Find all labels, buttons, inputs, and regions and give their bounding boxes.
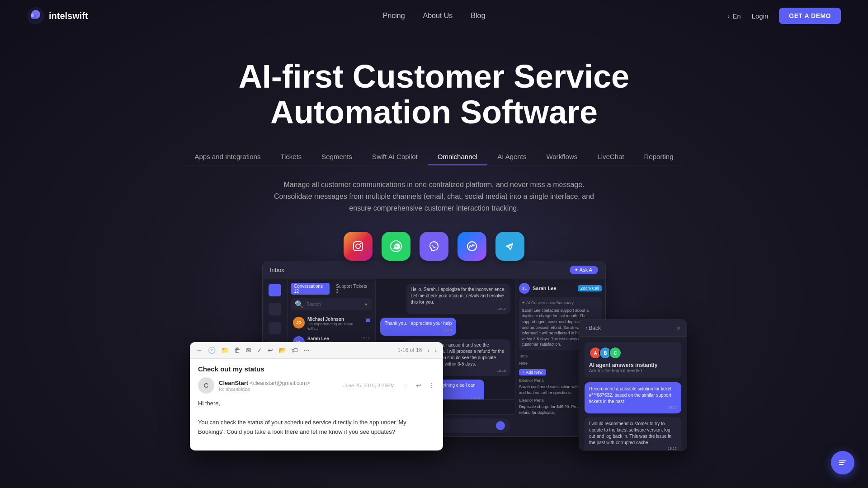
folder-icon[interactable]: 📂 xyxy=(278,347,286,354)
conv-name-2: Sarah Lee xyxy=(307,336,358,341)
next-email-button[interactable]: › xyxy=(435,347,437,354)
email-body-line2: You can check the status of your schedul… xyxy=(198,418,435,437)
chevron-down-icon: › xyxy=(727,12,730,20)
social-channels-row xyxy=(0,232,868,261)
ai-message-2-text: I would recommend customer to try to upd… xyxy=(589,421,671,445)
ai-chat-close-button[interactable]: × xyxy=(677,324,680,332)
tab-segments[interactable]: Segments xyxy=(311,148,362,165)
messenger-icon[interactable] xyxy=(458,232,486,261)
hero-title: AI-first Customer Service Automation Sof… xyxy=(185,59,683,130)
logo[interactable]: intelswift xyxy=(27,7,88,24)
reply-icon[interactable]: ↩ xyxy=(268,347,273,354)
chat-widget-button[interactable] xyxy=(831,451,854,474)
tab-workflows[interactable]: Workflows xyxy=(536,148,587,165)
sidebar-dot-1[interactable] xyxy=(269,284,281,296)
email-icon[interactable]: ✉ xyxy=(246,347,251,354)
agent-name-2: Eleanor Pena xyxy=(519,398,544,403)
telegram-icon[interactable] xyxy=(495,232,524,261)
nav-pricing[interactable]: Pricing xyxy=(383,12,405,20)
archive-icon[interactable]: 📁 xyxy=(221,347,229,354)
tab-reporting[interactable]: Reporting xyxy=(634,148,684,165)
back-arrow-icon[interactable]: ← xyxy=(196,347,203,354)
contact-name: Sarah Lee xyxy=(533,286,557,291)
language-selector[interactable]: › En xyxy=(727,12,741,20)
ai-answers-title: AI agent answers instantly xyxy=(589,362,677,368)
tab-swift-ai-copilot[interactable]: Swift AI Copilot xyxy=(362,148,428,165)
tab-apps-integrations[interactable]: Apps and Integrations xyxy=(184,148,270,165)
demo-button[interactable]: GET A DEMO xyxy=(779,8,841,24)
add-note-button[interactable]: + Add New xyxy=(519,369,546,375)
hero-section: AI-first Customer Service Automation Sof… xyxy=(0,32,868,214)
filter-icon[interactable]: ▼ xyxy=(364,302,368,307)
email-toolbar: ← 🕐 📁 🗑 ✉ ✓ ↩ 📂 🏷 ⋯ 1-16 of 16 ‹ › xyxy=(190,342,443,359)
whatsapp-icon[interactable] xyxy=(382,232,410,261)
email-sender-info: CleanStart <cleanstart@gmail.com> to: sh… xyxy=(219,380,339,392)
hero-description: Manage all customer communications in on… xyxy=(267,179,601,214)
nav-right: › En Login GET A DEMO xyxy=(727,8,841,24)
conv-name-1: Michael Johnson xyxy=(307,317,363,322)
reply-icon-2[interactable]: ↩ xyxy=(416,382,421,389)
email-body-line1: Hi there, xyxy=(198,399,435,408)
zoom-badge[interactable]: Zoom Call xyxy=(578,285,602,291)
ai-message-1-time: 18:12 xyxy=(589,405,677,410)
msg-2-time: 18:15 xyxy=(385,328,452,333)
prev-email-button[interactable]: ‹ xyxy=(427,347,429,354)
conv-tab-tickets[interactable]: Support Tickets 3 xyxy=(333,283,372,295)
ai-chat-back-button[interactable]: ‹ Back xyxy=(585,325,601,331)
email-date: June 25, 2018, 3:26PM xyxy=(343,383,395,388)
conv-item-1[interactable]: JD Michael Johnson I'm experiencing an i… xyxy=(291,314,372,333)
conv-tab-all[interactable]: Conversations 12 xyxy=(291,283,330,295)
conv-info-1: Michael Johnson I'm experiencing an issu… xyxy=(307,317,363,331)
delete-icon[interactable]: 🗑 xyxy=(234,347,241,354)
conv-avatar-1: JD xyxy=(293,317,305,328)
tab-tickets[interactable]: Tickets xyxy=(270,148,311,165)
tab-livechat[interactable]: LiveChat xyxy=(587,148,634,165)
sidebar-dot-2[interactable] xyxy=(269,303,281,315)
sidebar-dot-3[interactable] xyxy=(269,322,281,334)
tab-omnichannel[interactable]: Omnichannel xyxy=(428,148,487,165)
check-icon[interactable]: ✓ xyxy=(257,347,262,354)
contact-header: SL Sarah Lee Zoom Call xyxy=(519,283,602,294)
ai-agents-avatars: A B C xyxy=(589,347,677,359)
ai-summary-title: ✦ AI Conversation Summary xyxy=(522,300,599,306)
star-icon[interactable]: ☆ xyxy=(403,382,409,389)
clock-icon[interactable]: 🕐 xyxy=(208,347,216,354)
ai-message-2-time: 18:12 xyxy=(589,446,677,450)
svg-point-3 xyxy=(31,14,34,17)
ask-ai-badge[interactable]: ✦ Ask AI xyxy=(570,266,598,274)
email-subject: Check out my status xyxy=(198,365,435,373)
msg-2-text: Thank you. I appreciate your help xyxy=(385,321,452,326)
ai-chat-header: ‹ Back × xyxy=(579,320,687,337)
email-count: 1-16 of 16 xyxy=(397,347,422,353)
ai-agent-card: A B C AI agent answers instantly Ask for… xyxy=(585,342,681,378)
ai-message-1-text: Recommend a possible solution for ticket… xyxy=(589,386,671,404)
email-sender-to: to: sharabidze xyxy=(219,386,339,392)
send-button[interactable]: › xyxy=(496,421,505,430)
instagram-icon[interactable] xyxy=(344,232,373,261)
nav-about[interactable]: About Us xyxy=(423,12,453,20)
login-button[interactable]: Login xyxy=(752,12,769,20)
ai-chat-overlay: ‹ Back × A B C AI agent answers instantl… xyxy=(579,319,687,450)
feature-tabs: Apps and Integrations Tickets Segments S… xyxy=(184,148,683,165)
conv-search[interactable]: 🔍 Search ▼ xyxy=(291,298,372,310)
tab-ai-agents[interactable]: AI Agents xyxy=(487,148,536,165)
logo-icon xyxy=(27,7,44,24)
conv-tabs: Conversations 12 Support Tickets 3 xyxy=(291,283,372,295)
search-icon: 🔍 xyxy=(295,300,304,309)
more-icon[interactable]: ⋯ xyxy=(303,347,310,354)
msg-1: Hello, Sarah. I apologize for the inconv… xyxy=(406,284,510,314)
email-content: Hi there, You can check the status of yo… xyxy=(198,399,435,436)
search-placeholder: Search xyxy=(307,302,321,307)
email-avatar: C xyxy=(198,377,214,394)
tag-icon[interactable]: 🏷 xyxy=(292,347,298,354)
msg-2: Thank you. I appreciate your help 18:15 xyxy=(380,318,456,335)
ai-message-2: I would recommend customer to try to upd… xyxy=(585,417,681,450)
email-overlay: ← 🕐 📁 🗑 ✉ ✓ ↩ 📂 🏷 ⋯ 1-16 of 16 ‹ › Check… xyxy=(190,342,443,450)
conv-preview-1: I'm experiencing an issue with... xyxy=(307,322,363,331)
more-options-icon[interactable]: ⋮ xyxy=(429,382,435,389)
navbar: intelswift Pricing About Us Blog › En Lo… xyxy=(0,0,868,32)
email-sender-row: C CleanStart <cleanstart@gmail.com> to: … xyxy=(198,377,435,394)
nav-blog[interactable]: Blog xyxy=(471,12,485,20)
email-body: Check out my status C CleanStart <cleans… xyxy=(190,359,443,443)
viber-icon[interactable] xyxy=(420,232,448,261)
